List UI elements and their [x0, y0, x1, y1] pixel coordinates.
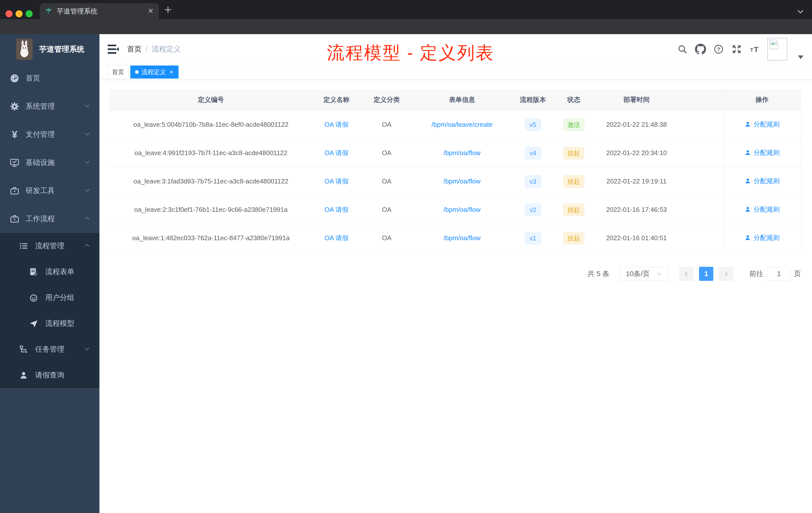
github-icon[interactable] [695, 44, 706, 55]
table-row: oa_leave:1:482ec033-762a-11ec-8477-a2380… [109, 224, 801, 252]
user-icon [745, 121, 751, 127]
cell-deploy-time: 2022-01-22 21:48:38 [592, 111, 680, 139]
sidebar-item-payment[interactable]: ¥ 支付管理 [0, 120, 99, 149]
action-label: 分配规则 [754, 233, 780, 242]
search-icon[interactable] [677, 44, 688, 55]
definition-name-link[interactable]: OA 请假 [324, 206, 348, 213]
chevron-down-icon [84, 187, 90, 194]
action-label: 分配规则 [754, 205, 780, 214]
cell-definition-id: oa_leave:2:3c1f0ef1-76b1-11ec-9c66-a2380… [109, 195, 313, 224]
sidebar-toggle-hamburger-icon[interactable] [108, 44, 119, 56]
definition-name-link[interactable]: OA 请假 [324, 234, 348, 242]
cell-filler [680, 167, 723, 195]
avatar[interactable] [767, 38, 787, 60]
breadcrumb: 首页 / 流程定义 [127, 34, 181, 64]
sidebar-item-process-management[interactable]: 流程管理 [0, 233, 99, 259]
breadcrumb-current: 流程定义 [152, 44, 181, 54]
tags-view-bar: 首页 流程定义 [99, 64, 812, 80]
sidebar-item-label: 流程模型 [45, 319, 74, 329]
assign-rule-button[interactable]: 分配规则 [745, 233, 780, 242]
sidebar-item-label: 工作流程 [26, 214, 55, 224]
tab-close-icon[interactable] [147, 7, 154, 15]
sidebar-item-workflow[interactable]: 工作流程 [0, 205, 99, 233]
cell-definition-id: oa_leave:5:004b710b-7b8a-11ec-8ef0-acde4… [109, 111, 313, 139]
svg-text:T: T [750, 47, 754, 53]
sidebar-item-label: 任务管理 [35, 344, 64, 354]
sidebar-item-task-management[interactable]: 任务管理 [0, 336, 99, 362]
version-badge: v3 [525, 175, 541, 188]
form-link[interactable]: /bpm/oa/flow [443, 177, 480, 185]
sidebar-item-user-group[interactable]: 用户分组 [0, 284, 99, 310]
tab-search-chevron-icon[interactable] [796, 7, 805, 17]
pagination-total: 共 5 条 [587, 269, 609, 279]
form-link[interactable]: /bpm/oa/flow [443, 149, 480, 157]
form-link[interactable]: /bpm/oa/leave/create [432, 121, 493, 128]
sidebar-item-leave-query[interactable]: 请假查询 [0, 362, 99, 388]
cell-filler [680, 111, 723, 139]
table-row: oa_leave:4:991f2193-7b7f-11ec-a3c8-acde4… [109, 139, 801, 167]
sidebar-item-dev-tools[interactable]: 研发工具 [0, 177, 99, 205]
cell-filler [680, 139, 723, 167]
sidebar-item-process-model[interactable]: 流程模型 [0, 310, 99, 336]
goto-page-input[interactable] [767, 267, 790, 281]
macos-close-button[interactable] [5, 10, 12, 17]
fullscreen-icon[interactable] [731, 44, 742, 55]
sidebar-item-home[interactable]: 首页 [0, 64, 99, 92]
paper-plane-icon [28, 318, 39, 329]
browser-tab[interactable]: 芋道管理系统 [40, 3, 159, 19]
macos-zoom-button[interactable] [26, 10, 33, 17]
definition-name-link[interactable]: OA 请假 [324, 177, 348, 185]
form-link[interactable]: /bpm/oa/flow [443, 206, 480, 213]
sidebar-item-label: 流程管理 [35, 241, 64, 251]
sidebar-item-label: 请假查询 [35, 370, 64, 380]
briefcase-icon [9, 213, 20, 224]
current-page-button[interactable]: 1 [699, 267, 713, 281]
new-tab-button[interactable] [164, 5, 172, 15]
breadcrumb-separator: / [146, 45, 148, 54]
chevron-down-icon [84, 131, 90, 138]
chevron-down-icon [84, 159, 90, 167]
cell-deploy-time: 2022-01-16 01:40:51 [592, 224, 680, 252]
page-size-value: 10条/页 [626, 269, 650, 279]
main-area: 首页 / 流程定义 [99, 34, 812, 513]
avatar-caret-down-icon[interactable] [798, 56, 804, 59]
macos-minimize-button[interactable] [16, 10, 23, 17]
yen-icon: ¥ [9, 129, 20, 140]
assign-rule-button[interactable]: 分配规则 [745, 120, 780, 129]
cell-filler [680, 224, 723, 252]
breadcrumb-home[interactable]: 首页 [127, 44, 142, 54]
help-icon[interactable]: ? [713, 44, 724, 55]
table-header-row: 定义编号 定义名称 定义分类 表单信息 流程版本 状态 部署时间 操作 [109, 89, 801, 111]
cell-definition-id: oa_leave:3:1fad3d93-7b75-11ec-a3c8-acde4… [109, 167, 313, 195]
page-size-select[interactable]: 10条/页 [619, 267, 669, 281]
action-label: 分配规则 [754, 120, 780, 129]
svg-text:T: T [754, 45, 758, 54]
chevron-right-icon [723, 271, 729, 277]
definition-name-link[interactable]: OA 请假 [324, 149, 348, 157]
definition-name-link[interactable]: OA 请假 [324, 121, 348, 128]
cell-category: OA [360, 167, 413, 195]
version-badge: v2 [525, 204, 541, 216]
version-badge: v4 [525, 147, 541, 159]
sidebar-submenu-workflow: 流程管理 流程表单 [0, 233, 99, 388]
sidebar: 芋道管理系统 首页 [0, 34, 99, 513]
user-icon [745, 149, 751, 156]
logo-rabbit-image [16, 39, 33, 60]
form-link[interactable]: /bpm/oa/flow [443, 234, 480, 242]
prev-page-button[interactable] [679, 267, 694, 281]
col-process-version: 流程版本 [511, 89, 555, 111]
assign-rule-button[interactable]: 分配规则 [745, 148, 780, 157]
sidebar-item-infrastructure[interactable]: 基础设施 [0, 149, 99, 177]
sidebar-item-process-form[interactable]: 流程表单 [0, 259, 99, 284]
assign-rule-button[interactable]: 分配规则 [745, 205, 780, 214]
next-page-button[interactable] [719, 267, 733, 281]
sidebar-item-label: 用户分组 [45, 293, 74, 303]
assign-rule-button[interactable]: 分配规则 [745, 177, 780, 185]
sidebar-item-system[interactable]: 系统管理 [0, 92, 99, 120]
tag-close-icon[interactable] [169, 70, 174, 74]
sidebar-logo[interactable]: 芋道管理系统 [0, 34, 99, 64]
tag-process-definition[interactable]: 流程定义 [130, 65, 178, 79]
font-size-icon[interactable]: T T [749, 44, 760, 55]
cell-deploy-time: 2022-01-22 20:34:10 [592, 139, 680, 167]
tag-home[interactable]: 首页 [107, 65, 129, 79]
